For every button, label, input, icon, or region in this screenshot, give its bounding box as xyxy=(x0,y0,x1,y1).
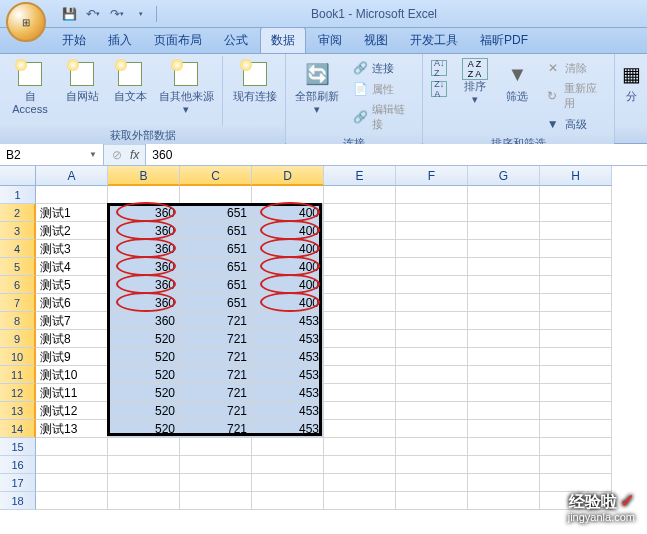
cell-D8[interactable]: 453 xyxy=(252,312,324,330)
tab-insert[interactable]: 插入 xyxy=(98,28,142,53)
cell-A13[interactable]: 测试12 xyxy=(36,402,108,420)
cell-A8[interactable]: 测试7 xyxy=(36,312,108,330)
cell-D15[interactable] xyxy=(252,438,324,456)
row-header-9[interactable]: 9 xyxy=(0,330,36,348)
cell-C12[interactable]: 721 xyxy=(180,384,252,402)
cell-B4[interactable]: 360 xyxy=(108,240,180,258)
cell-H2[interactable] xyxy=(540,204,612,222)
cell-F3[interactable] xyxy=(396,222,468,240)
cell-E16[interactable] xyxy=(324,456,396,474)
row-header-8[interactable]: 8 xyxy=(0,312,36,330)
cell-E6[interactable] xyxy=(324,276,396,294)
cell-F13[interactable] xyxy=(396,402,468,420)
cell-F17[interactable] xyxy=(396,474,468,492)
existing-connections-button[interactable]: 现有连接 xyxy=(229,56,281,105)
sort-button[interactable]: A ZZ A 排序▾ xyxy=(455,56,494,108)
cell-F12[interactable] xyxy=(396,384,468,402)
from-web-button[interactable]: 自网站 xyxy=(60,56,104,105)
office-button[interactable]: ⊞ xyxy=(6,2,46,42)
column-header-A[interactable]: A xyxy=(36,166,108,186)
qat-undo-button[interactable]: ↶▾ xyxy=(82,3,104,25)
cell-B14[interactable]: 520 xyxy=(108,420,180,438)
cell-C3[interactable]: 651 xyxy=(180,222,252,240)
cell-C11[interactable]: 721 xyxy=(180,366,252,384)
cell-G7[interactable] xyxy=(468,294,540,312)
cell-H4[interactable] xyxy=(540,240,612,258)
cell-A3[interactable]: 测试2 xyxy=(36,222,108,240)
cell-C1[interactable] xyxy=(180,186,252,204)
cell-A17[interactable] xyxy=(36,474,108,492)
cell-E18[interactable] xyxy=(324,492,396,510)
cell-H9[interactable] xyxy=(540,330,612,348)
cell-E2[interactable] xyxy=(324,204,396,222)
cell-D4[interactable]: 400 xyxy=(252,240,324,258)
cell-C14[interactable]: 721 xyxy=(180,420,252,438)
cell-B17[interactable] xyxy=(108,474,180,492)
cell-F18[interactable] xyxy=(396,492,468,510)
sort-za-button[interactable]: Z↓A xyxy=(427,79,451,99)
cell-G4[interactable] xyxy=(468,240,540,258)
cell-E9[interactable] xyxy=(324,330,396,348)
cell-C6[interactable]: 651 xyxy=(180,276,252,294)
sort-az-button[interactable]: A↓Z xyxy=(427,58,451,78)
cell-F15[interactable] xyxy=(396,438,468,456)
cell-H7[interactable] xyxy=(540,294,612,312)
cell-B12[interactable]: 520 xyxy=(108,384,180,402)
cell-C17[interactable] xyxy=(180,474,252,492)
cell-B3[interactable]: 360 xyxy=(108,222,180,240)
cell-F4[interactable] xyxy=(396,240,468,258)
column-header-D[interactable]: D xyxy=(252,166,324,186)
advanced-button[interactable]: ▼高级 xyxy=(541,114,610,134)
cell-F16[interactable] xyxy=(396,456,468,474)
cell-D18[interactable] xyxy=(252,492,324,510)
filter-button[interactable]: ▼ 筛选 xyxy=(498,56,537,105)
cell-G5[interactable] xyxy=(468,258,540,276)
cell-B18[interactable] xyxy=(108,492,180,510)
cell-C16[interactable] xyxy=(180,456,252,474)
cell-H14[interactable] xyxy=(540,420,612,438)
cell-D17[interactable] xyxy=(252,474,324,492)
cell-D7[interactable]: 400 xyxy=(252,294,324,312)
cell-A14[interactable]: 测试13 xyxy=(36,420,108,438)
cell-A18[interactable] xyxy=(36,492,108,510)
cell-G16[interactable] xyxy=(468,456,540,474)
row-header-15[interactable]: 15 xyxy=(0,438,36,456)
tab-data[interactable]: 数据 xyxy=(260,27,306,53)
reapply-button[interactable]: ↻重新应用 xyxy=(541,79,610,113)
qat-save-button[interactable]: 💾 xyxy=(58,3,80,25)
cell-E13[interactable] xyxy=(324,402,396,420)
cell-H8[interactable] xyxy=(540,312,612,330)
cell-B16[interactable] xyxy=(108,456,180,474)
cell-B8[interactable]: 360 xyxy=(108,312,180,330)
dropdown-split-icon[interactable]: ⊘ xyxy=(110,148,124,162)
cell-H17[interactable] xyxy=(540,474,612,492)
cell-D11[interactable]: 453 xyxy=(252,366,324,384)
from-text-button[interactable]: 自文本 xyxy=(108,56,152,105)
cell-F5[interactable] xyxy=(396,258,468,276)
cell-D9[interactable]: 453 xyxy=(252,330,324,348)
cell-D2[interactable]: 400 xyxy=(252,204,324,222)
select-all-button[interactable] xyxy=(0,166,36,186)
cell-F9[interactable] xyxy=(396,330,468,348)
cell-B15[interactable] xyxy=(108,438,180,456)
cell-F2[interactable] xyxy=(396,204,468,222)
cell-B5[interactable]: 360 xyxy=(108,258,180,276)
connections-button[interactable]: 🔗连接 xyxy=(348,58,418,78)
cell-C4[interactable]: 651 xyxy=(180,240,252,258)
cell-H11[interactable] xyxy=(540,366,612,384)
cell-B6[interactable]: 360 xyxy=(108,276,180,294)
cell-E1[interactable] xyxy=(324,186,396,204)
cell-F1[interactable] xyxy=(396,186,468,204)
column-header-C[interactable]: C xyxy=(180,166,252,186)
cell-H5[interactable] xyxy=(540,258,612,276)
cell-A7[interactable]: 测试6 xyxy=(36,294,108,312)
cell-D16[interactable] xyxy=(252,456,324,474)
cell-E15[interactable] xyxy=(324,438,396,456)
properties-button[interactable]: 📄属性 xyxy=(348,79,418,99)
cell-G9[interactable] xyxy=(468,330,540,348)
cell-C5[interactable]: 651 xyxy=(180,258,252,276)
cell-A16[interactable] xyxy=(36,456,108,474)
cell-G1[interactable] xyxy=(468,186,540,204)
column-header-E[interactable]: E xyxy=(324,166,396,186)
cell-G2[interactable] xyxy=(468,204,540,222)
